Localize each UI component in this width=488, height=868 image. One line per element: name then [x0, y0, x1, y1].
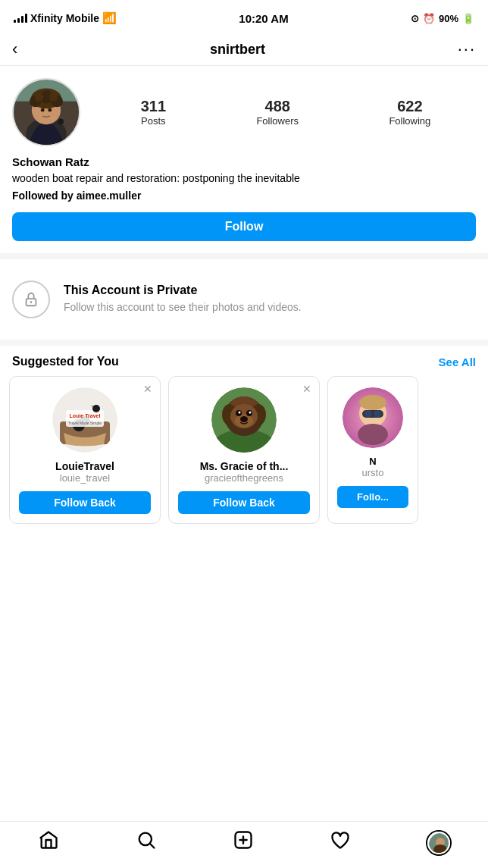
back-button[interactable]: ‹: [12, 39, 17, 59]
card-name-2: Ms. Gracie of th...: [200, 460, 289, 472]
status-right: ⊙ ⏰ 90% 🔋: [411, 13, 474, 24]
suggested-scroll: ✕ Louie Travel Travel Made Simple Louie: [0, 376, 488, 536]
see-all-link[interactable]: See All: [439, 356, 476, 368]
card-handle-1: louie_travel: [60, 472, 111, 484]
profile-nav-avatar[interactable]: [427, 832, 450, 854]
stat-posts: 311 Posts: [141, 98, 166, 127]
card-handle-2: gracieofthegreens: [205, 472, 283, 484]
follow-back-button-1[interactable]: Follow Back: [19, 491, 151, 514]
private-account-text: This Account is Private Follow this acco…: [64, 284, 302, 315]
svg-point-40: [364, 410, 372, 418]
status-left: Xfinity Mobile 📶: [14, 11, 117, 25]
svg-point-14: [30, 301, 33, 303]
heart-nav-button[interactable]: [330, 829, 351, 856]
card-handle-3: ursto: [362, 467, 384, 478]
svg-point-9: [49, 92, 58, 101]
suggested-header: Suggested for You See All: [0, 346, 488, 376]
bottom-nav: [0, 821, 488, 868]
private-account-section: This Account is Private Follow this acco…: [0, 259, 488, 340]
add-nav-button[interactable]: [233, 829, 254, 856]
svg-point-34: [239, 412, 241, 414]
dismiss-button-2[interactable]: ✕: [302, 383, 311, 395]
svg-point-11: [48, 108, 52, 112]
battery-icon: 🔋: [462, 13, 474, 24]
suggestion-card-3: ✕ N: [327, 376, 418, 524]
followed-by-user: aimee.muller: [77, 190, 142, 202]
follow-button[interactable]: Follow: [12, 212, 476, 241]
battery-label: 90%: [439, 13, 458, 24]
top-nav: ‹ snirtbert ···: [0, 33, 488, 66]
svg-point-31: [240, 416, 248, 422]
svg-point-35: [249, 412, 252, 414]
card-avatar-3: [343, 387, 403, 448]
lock-icon: [12, 280, 50, 318]
more-options-button[interactable]: ···: [458, 39, 476, 59]
section-divider-2: [0, 340, 488, 346]
followers-count: 488: [265, 98, 290, 115]
profile-username-title: snirtbert: [210, 42, 265, 58]
posts-label: Posts: [141, 115, 166, 127]
posts-count: 311: [141, 98, 166, 115]
private-account-description: Follow this account to see their photos …: [64, 300, 302, 315]
suggested-title: Suggested for You: [12, 355, 119, 368]
svg-point-22: [92, 405, 100, 412]
bio-section: Schowan Ratz wooden boat repair and rest…: [0, 155, 488, 212]
svg-point-42: [359, 395, 386, 410]
alarm-icon: ⏰: [423, 13, 435, 24]
search-nav-button[interactable]: [136, 829, 157, 856]
suggestion-card-1: ✕ Louie Travel Travel Made Simple Louie: [9, 376, 161, 524]
followed-by: Followed by aimee.muller: [12, 190, 476, 202]
status-bar: Xfinity Mobile 📶 10:20 AM ⊙ ⏰ 90% 🔋: [0, 0, 488, 33]
private-account-title: This Account is Private: [64, 284, 302, 297]
status-time: 10:20 AM: [239, 12, 288, 25]
follow-btn-wrap: Follow: [0, 212, 488, 253]
stat-followers: 488 Followers: [256, 98, 299, 127]
card-name-1: LouieTravel: [55, 460, 114, 472]
wifi-icon: 📶: [102, 11, 117, 25]
follow-back-button-2[interactable]: Follow Back: [178, 491, 310, 514]
profile-header: 311 Posts 488 Followers 622 Following: [0, 66, 488, 155]
rotate-icon: ⊙: [411, 13, 419, 24]
dismiss-button-1[interactable]: ✕: [143, 383, 152, 395]
carrier-label: Xfinity Mobile: [30, 12, 99, 24]
card-avatar-2: [211, 387, 277, 453]
followers-label: Followers: [256, 115, 299, 127]
card-avatar-1: Louie Travel Travel Made Simple: [52, 387, 117, 453]
stat-following: 622 Following: [389, 98, 430, 127]
svg-point-43: [358, 424, 388, 445]
svg-point-12: [58, 119, 64, 125]
avatar: [12, 78, 80, 146]
card-name-3: N: [369, 456, 376, 467]
follow-button-3[interactable]: Follo...: [337, 486, 408, 508]
svg-point-41: [374, 410, 381, 418]
suggestion-card-2: ✕: [168, 376, 320, 524]
svg-text:Louie Travel: Louie Travel: [70, 413, 101, 418]
svg-point-10: [41, 108, 45, 112]
stats-row: 311 Posts 488 Followers 622 Following: [95, 98, 476, 127]
following-count: 622: [397, 98, 422, 115]
svg-point-8: [35, 92, 43, 101]
section-divider: [0, 253, 488, 259]
signal-icon: [14, 14, 27, 23]
home-nav-button[interactable]: [38, 829, 59, 856]
bio-text: wooden boat repair and restoration: post…: [12, 171, 476, 186]
svg-text:Travel Made Simple: Travel Made Simple: [68, 421, 102, 425]
display-name: Schowan Ratz: [12, 155, 476, 168]
following-label: Following: [389, 115, 430, 127]
